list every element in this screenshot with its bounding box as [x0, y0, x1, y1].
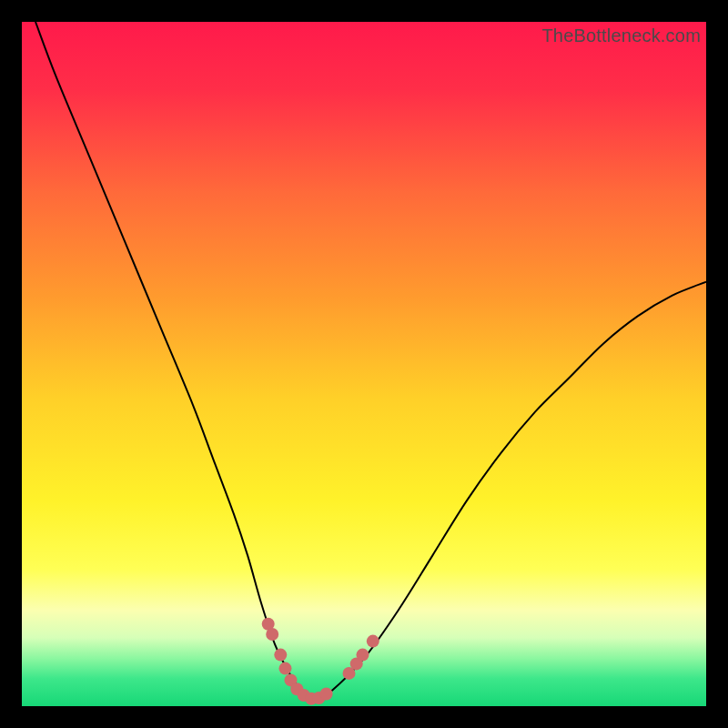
- chart-svg: [22, 22, 706, 706]
- curve-marker: [274, 649, 287, 662]
- curve-marker: [320, 688, 333, 701]
- plot-area: TheBottleneck.com: [22, 22, 706, 706]
- marker-group: [262, 618, 379, 705]
- curve-marker: [367, 635, 379, 648]
- chart-frame: TheBottleneck.com: [0, 0, 728, 728]
- curve-marker: [266, 628, 278, 641]
- bottleneck-curve: [35, 22, 706, 700]
- curve-marker: [279, 662, 292, 675]
- curve-marker: [357, 649, 369, 662]
